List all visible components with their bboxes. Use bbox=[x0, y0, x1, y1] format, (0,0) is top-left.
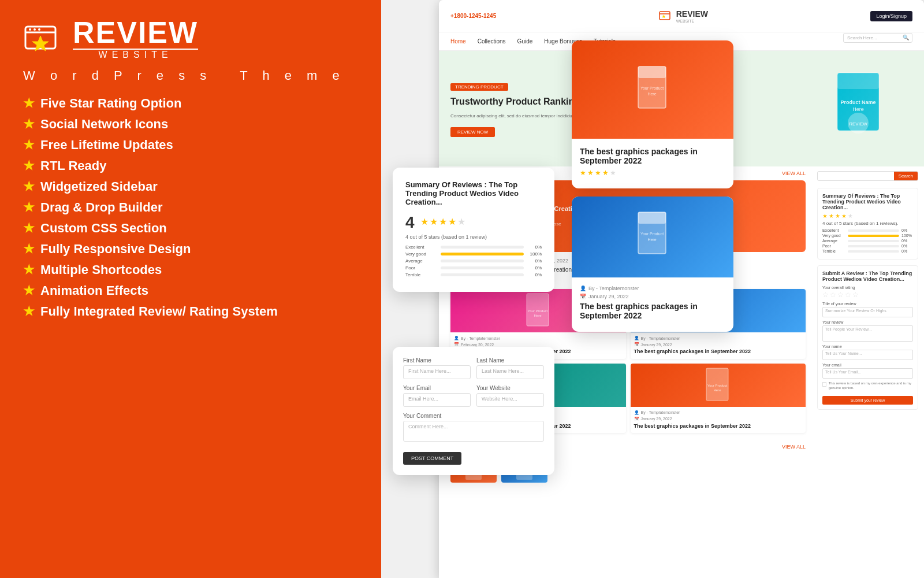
name-row: First Name First Name Here... Last Name … bbox=[403, 357, 544, 379]
feature-2: ★Social Network Icons bbox=[23, 117, 358, 132]
feature-5: ★Widgetized Sidebar bbox=[23, 179, 358, 194]
site-logo-icon bbox=[659, 10, 673, 22]
last-name-input[interactable]: Last Name Here... bbox=[476, 365, 544, 379]
article-content-2: 👤 By - Templatemonster 📅 January 29, 202… bbox=[572, 277, 733, 332]
feature-6: ★Drag & Drop Builder bbox=[23, 200, 358, 215]
svg-text:REVIEW: REVIEW bbox=[849, 121, 867, 127]
email-label: Your Email bbox=[403, 385, 471, 391]
login-button[interactable]: Login/Signup bbox=[870, 11, 912, 21]
features-list: ★Five Star Rating Option ★Social Network… bbox=[23, 96, 358, 319]
site-phone: +1800-1245-1245 bbox=[450, 13, 496, 19]
floating-article-card-2: Your Product Here 👤 By - Templatemonster… bbox=[572, 197, 733, 332]
post-card-4: Your Product Here 👤 By - Templatemonster… bbox=[631, 364, 806, 433]
article-content: The best graphics packages in September … bbox=[572, 139, 733, 188]
your-review-label: Your review bbox=[822, 320, 913, 324]
svg-rect-14 bbox=[660, 12, 670, 20]
logo-area: REVIEW WEBSITE bbox=[23, 17, 358, 60]
feature-10: ★Animation Effects bbox=[23, 283, 358, 298]
svg-rect-11 bbox=[638, 212, 666, 224]
svg-text:Here: Here bbox=[714, 388, 722, 392]
rating-sub: 4 out of 5 stars (based on 1 review) bbox=[405, 234, 542, 240]
floating-review-card: Summary Of Reviews : The Top Trending Pr… bbox=[393, 168, 554, 292]
your-name-label: Your name bbox=[822, 344, 913, 349]
your-email-label: Your email bbox=[822, 363, 913, 367]
star-icon-6: ★ bbox=[23, 200, 35, 215]
search-icon[interactable]: 🔍 bbox=[900, 34, 912, 42]
review-textarea[interactable]: Tell People Your Review... bbox=[822, 325, 913, 342]
email-input[interactable]: Tell Us Your Email... bbox=[822, 368, 913, 379]
post-title-2: The best graphics packages in September … bbox=[634, 349, 803, 355]
submit-review-button[interactable]: Submit your review bbox=[822, 396, 913, 405]
article-title-2: The best graphics packages in September … bbox=[580, 302, 725, 320]
comment-label: Your Comment bbox=[403, 413, 544, 419]
star-3: ★ bbox=[439, 216, 447, 227]
first-name-label: First Name bbox=[403, 357, 471, 364]
star-icon-7: ★ bbox=[23, 221, 35, 236]
name-input[interactable]: Tell Us Your Name... bbox=[822, 350, 913, 360]
stars-row: ★ ★ ★ ★ ★ bbox=[420, 216, 465, 227]
star-icon-11: ★ bbox=[23, 304, 35, 319]
post-meta-4: 👤 By - Templatemonster bbox=[634, 410, 803, 415]
header-search: Search Here... 🔍 bbox=[843, 33, 912, 43]
svg-marker-16 bbox=[662, 14, 665, 18]
feature-8: ★Fully Responsive Design bbox=[23, 242, 358, 257]
feature-11: ★Fully Integrated Review/ Rating System bbox=[23, 304, 358, 319]
post-img-4: Your Product Here bbox=[631, 364, 806, 407]
star-icon-2: ★ bbox=[23, 117, 35, 132]
website-input[interactable]: Website Here... bbox=[476, 393, 544, 407]
nav-guide[interactable]: Guide bbox=[517, 38, 533, 45]
star-icon-4: ★ bbox=[23, 158, 35, 173]
svg-text:Here: Here bbox=[647, 92, 656, 96]
sidebar-search-button[interactable]: Search bbox=[894, 172, 918, 180]
svg-point-2 bbox=[29, 28, 31, 31]
star-icon-3: ★ bbox=[23, 138, 35, 153]
trending-badge: TRENDING PRODUCT bbox=[450, 83, 508, 91]
post-info-2: 👤 By - Templatemonster 📅 January 29, 202… bbox=[631, 332, 806, 359]
bar-average: Average 0% bbox=[405, 258, 542, 264]
svg-point-3 bbox=[33, 28, 36, 31]
left-panel: REVIEW WEBSITE W o r d P r e s s T h e m… bbox=[0, 0, 381, 578]
review-title-input[interactable]: Summarize Your Review Or Highs bbox=[822, 307, 913, 317]
feature-7: ★Custom CSS Section bbox=[23, 221, 358, 236]
nav-home[interactable]: Home bbox=[450, 38, 466, 45]
site-brand-sub: WEBSITE bbox=[676, 19, 708, 23]
bar-excellent: Excellent 0% bbox=[405, 244, 542, 250]
svg-text:Your Product: Your Product bbox=[707, 384, 728, 387]
post-comment-button[interactable]: POST COMMENT bbox=[403, 452, 461, 465]
site-sidebar: Search Summary Of Reviews : The Top Tren… bbox=[817, 166, 924, 486]
site-header: +1800-1245-1245 REVIEW WEBSITE Login/Sig… bbox=[439, 0, 924, 32]
floating-article-card: Your Product Here The best graphics pack… bbox=[572, 40, 733, 188]
view-all-2[interactable]: VIEW ALL bbox=[782, 444, 806, 450]
feature-3: ★Free Lifetime Updates bbox=[23, 138, 358, 153]
brand-name: REVIEW bbox=[73, 17, 198, 47]
article-stars: ★ ★ ★ ★ ★ bbox=[580, 169, 725, 177]
search-input[interactable]: Search Here... bbox=[844, 34, 900, 42]
sidebar-review-title: Summary Of Reviews : The Top Trending Pr… bbox=[822, 193, 913, 210]
first-name-input[interactable]: First Name Here... bbox=[403, 365, 471, 379]
comment-textarea[interactable]: Comment Here... bbox=[403, 421, 544, 442]
svg-text:Here: Here bbox=[647, 238, 656, 242]
website-label: Your Website bbox=[476, 385, 544, 391]
logo-icon bbox=[23, 23, 64, 55]
star-5-empty: ★ bbox=[457, 216, 465, 227]
post-title-4: The best graphics packages in September … bbox=[634, 423, 803, 430]
view-all-1[interactable]: VIEW ALL bbox=[782, 171, 806, 176]
feature-4: ★RTL Ready bbox=[23, 158, 358, 173]
site-brand-name: REVIEW bbox=[676, 9, 708, 18]
article-title: The best graphics packages in September … bbox=[580, 147, 725, 165]
checkbox-row: This review is based on my own experienc… bbox=[822, 381, 913, 391]
email-input[interactable]: Email Here... bbox=[403, 393, 471, 407]
article-meta-date: 📅 January 29, 2022 bbox=[580, 294, 725, 299]
product-box-svg-2: Your Product Here bbox=[632, 211, 673, 263]
svg-text:Your Product: Your Product bbox=[640, 232, 664, 236]
last-name-label: Last Name bbox=[476, 357, 544, 364]
sidebar-search-input[interactable] bbox=[818, 172, 894, 180]
checkbox-label: This review is based on my own experienc… bbox=[829, 381, 913, 391]
nav-collections[interactable]: Collections bbox=[478, 38, 506, 45]
product-box-svg: Your Product Here bbox=[632, 64, 673, 116]
svg-text:Product Name: Product Name bbox=[840, 99, 875, 105]
svg-text:Your Product: Your Product bbox=[528, 309, 548, 313]
hero-btn[interactable]: REVIEW NOW bbox=[450, 127, 495, 137]
genuine-checkbox[interactable] bbox=[822, 382, 826, 387]
sidebar-review-card: Summary Of Reviews : The Top Trending Pr… bbox=[817, 188, 918, 260]
